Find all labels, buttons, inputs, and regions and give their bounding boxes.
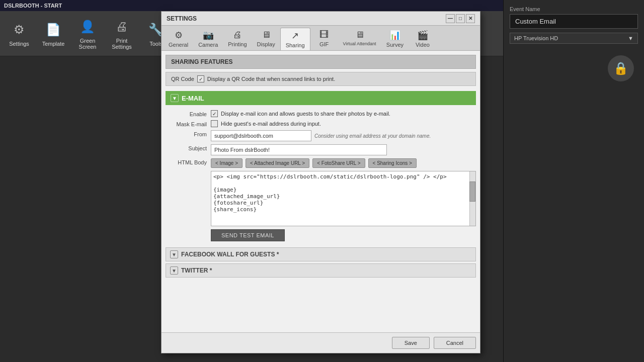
toolbar-print-label: Print Settings xyxy=(107,38,137,50)
email-section-header: ▼ E-MAIL xyxy=(166,91,476,105)
toolbar-settings-label: Settings xyxy=(9,41,29,47)
right-panel: Event Name Custom Email HP Truevision HD… xyxy=(503,0,644,362)
html-body-row: HTML Body < Image > < Attached Image URL… xyxy=(166,158,476,168)
settings-content: SHARING FEATURES QR Code ✓ Display a QR … xyxy=(162,51,480,332)
tab-display-label: Display xyxy=(257,41,275,47)
subject-input[interactable] xyxy=(211,144,387,155)
tab-general[interactable]: ⚙ General xyxy=(164,28,193,50)
tab-camera[interactable]: 📷 Camera xyxy=(193,28,223,50)
sharing-features-header: SHARING FEATURES xyxy=(166,55,476,69)
tab-printing-label: Printing xyxy=(228,41,247,47)
settings-icon: ⚙ xyxy=(10,21,28,39)
tab-survey[interactable]: 📊 Survey xyxy=(381,28,409,50)
facebook-wall-title: FACEBOOK WALL FOR GUESTS * xyxy=(181,251,279,258)
html-textarea-wrapper xyxy=(211,171,476,226)
settings-maximize-btn[interactable]: □ xyxy=(456,14,465,23)
mask-email-label: Mask E-mail xyxy=(166,120,211,127)
twitter-section[interactable]: ▼ TWITTER * xyxy=(166,263,476,278)
save-button[interactable]: Save xyxy=(392,337,430,349)
toolbar-template-label: Template xyxy=(42,41,65,47)
cancel-button[interactable]: Cancel xyxy=(434,337,476,349)
template-icon: 📄 xyxy=(44,21,62,39)
toolbar-green-screen[interactable]: 👤 Green Screen xyxy=(70,13,105,54)
tab-virtual-attendant[interactable]: 🖥 Virtual Attendant xyxy=(338,28,381,50)
settings-minimize-btn[interactable]: — xyxy=(446,14,455,23)
toolbar-print-settings[interactable]: 🖨 Print Settings xyxy=(105,13,139,54)
from-content: Consider using email address at your dom… xyxy=(211,130,476,141)
facebook-wall-section[interactable]: ▼ FACEBOOK WALL FOR GUESTS * xyxy=(166,247,476,261)
toolbar-settings[interactable]: ⚙ Settings xyxy=(2,13,36,54)
twitter-title: TWITTER * xyxy=(181,267,212,274)
lock-icon-wrapper[interactable]: 🔒 xyxy=(608,55,634,81)
settings-close-btn[interactable]: ✕ xyxy=(466,14,475,23)
tab-video[interactable]: 🎬 Video xyxy=(409,28,436,50)
settings-tabs: ⚙ General 📷 Camera 🖨 Printing 🖥 Display … xyxy=(162,26,480,51)
email-section-title: E-MAIL xyxy=(182,95,204,102)
display-tab-icon: 🖥 xyxy=(262,30,271,40)
qr-code-label: QR Code xyxy=(171,76,194,82)
toolbar-tools-label: Tools xyxy=(149,41,163,47)
tab-printing[interactable]: 🖨 Printing xyxy=(223,28,252,50)
general-tab-icon: ⚙ xyxy=(175,30,183,41)
image-btn[interactable]: < Image > xyxy=(211,158,243,168)
mask-email-checkbox[interactable] xyxy=(211,120,218,127)
sharing-tab-icon: ↗ xyxy=(291,30,299,41)
camera-value: HP Truevision HD xyxy=(514,35,558,41)
from-row: From Consider using email address at you… xyxy=(166,130,476,141)
app-title: DSLRBOOTH - START xyxy=(4,3,62,9)
email-body: Enable ✓ Display e-mail icon and allows … xyxy=(166,108,476,247)
lock-icon: 🔒 xyxy=(613,61,628,75)
html-body-textarea[interactable] xyxy=(211,171,469,226)
settings-window: SETTINGS — □ ✕ ⚙ General 📷 Camera 🖨 Prin… xyxy=(161,11,480,353)
gif-tab-icon: 🎞 xyxy=(319,30,329,40)
attached-image-url-btn[interactable]: < Attached Image URL > xyxy=(246,158,309,168)
settings-title: SETTINGS xyxy=(167,15,197,22)
from-label: From xyxy=(166,130,211,137)
mask-email-description: Hide guest's e-mail address during input… xyxy=(221,121,321,127)
settings-window-controls: — □ ✕ xyxy=(446,14,475,23)
tab-sharing[interactable]: ↗ Sharing xyxy=(280,28,310,50)
subject-row: Subject xyxy=(166,144,476,155)
sharing-icons-btn[interactable]: < Sharing Icons > xyxy=(368,158,417,168)
enable-checkbox[interactable]: ✓ xyxy=(211,110,218,117)
tab-display[interactable]: 🖥 Display xyxy=(252,28,280,50)
from-hint: Consider using email address at your dom… xyxy=(314,133,431,139)
mask-email-row: Mask E-mail Hide guest's e-mail address … xyxy=(166,120,476,127)
tab-gif-label: GIF xyxy=(319,41,329,47)
enable-row: Enable ✓ Display e-mail icon and allows … xyxy=(166,110,476,117)
settings-footer: Save Cancel xyxy=(162,332,480,353)
twitter-collapse-icon: ▼ xyxy=(170,266,178,275)
event-name-display: Custom Email xyxy=(510,14,638,29)
email-collapse-btn[interactable]: ▼ xyxy=(171,94,179,102)
tab-camera-label: Camera xyxy=(198,42,218,48)
virtual-attendant-tab-icon: 🖥 xyxy=(355,30,364,40)
qr-code-checkbox[interactable]: ✓ xyxy=(197,75,204,82)
tab-gif[interactable]: 🎞 GIF xyxy=(310,28,338,50)
toolbar-template[interactable]: 📄 Template xyxy=(36,13,70,54)
html-body-label: HTML Body xyxy=(166,158,211,165)
send-test-email-btn[interactable]: SEND TEST EMAIL xyxy=(211,229,285,241)
enable-description: Display e-mail icon and allows guests to… xyxy=(221,111,390,117)
green-screen-icon: 👤 xyxy=(78,18,97,36)
from-input[interactable] xyxy=(211,130,311,141)
scrollbar-thumb[interactable] xyxy=(469,182,475,202)
settings-titlebar: SETTINGS — □ ✕ xyxy=(162,12,480,26)
printing-tab-icon: 🖨 xyxy=(233,30,242,40)
video-tab-icon: 🎬 xyxy=(417,30,428,41)
qr-code-description: Display a QR Code that when scanned link… xyxy=(207,76,335,82)
qr-code-row: QR Code ✓ Display a QR Code that when sc… xyxy=(166,72,476,86)
tab-video-label: Video xyxy=(416,42,430,48)
fotoshare-url-btn[interactable]: < FotoShare URL > xyxy=(312,158,365,168)
facebook-collapse-icon: ▼ xyxy=(170,250,178,258)
enable-content: ✓ Display e-mail icon and allows guests … xyxy=(211,110,476,117)
sharing-features-title: SHARING FEATURES xyxy=(171,58,232,65)
subject-label: Subject xyxy=(166,144,211,151)
tab-general-label: General xyxy=(169,42,188,48)
subject-content xyxy=(211,144,476,155)
enable-label: Enable xyxy=(166,110,211,117)
mask-email-content: Hide guest's e-mail address during input… xyxy=(211,120,476,127)
camera-select[interactable]: HP Truevision HD ▼ xyxy=(510,33,638,44)
scrollbar-track[interactable] xyxy=(469,171,475,226)
tab-virtual-attendant-label: Virtual Attendant xyxy=(343,41,376,47)
html-body-buttons: < Image > < Attached Image URL > < FotoS… xyxy=(211,158,476,168)
